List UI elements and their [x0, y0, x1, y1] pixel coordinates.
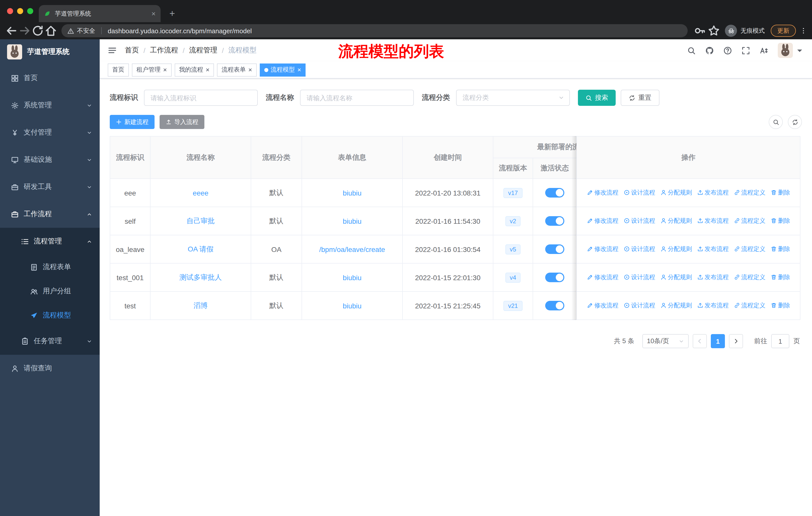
close-window-button[interactable] [7, 8, 13, 14]
browser-menu-icon[interactable] [800, 27, 807, 34]
process-name-input[interactable] [300, 90, 414, 106]
modify-process-action[interactable]: 修改流程 [587, 245, 618, 253]
prev-page-button[interactable] [693, 334, 707, 348]
sidebar-item-home[interactable]: 首页 [0, 64, 100, 92]
minimize-window-button[interactable] [17, 8, 23, 14]
modify-process-action[interactable]: 修改流程 [587, 217, 618, 225]
process-category-select[interactable]: 流程分类 [456, 90, 570, 106]
publish-process-action[interactable]: 发布流程 [697, 188, 729, 197]
form-info-link[interactable]: biubiu [343, 273, 362, 281]
search-button[interactable]: 搜索 [578, 90, 616, 106]
modify-process-action[interactable]: 修改流程 [587, 188, 618, 197]
home-icon[interactable] [44, 24, 57, 37]
maximize-window-button[interactable] [27, 8, 33, 14]
form-info-link[interactable]: /bpm/oa/leave/create [319, 245, 385, 253]
forward-icon[interactable] [18, 24, 31, 37]
new-tab-button[interactable]: + [165, 6, 180, 21]
form-info-link[interactable]: biubiu [343, 217, 362, 225]
browser-tab[interactable]: 芋道管理系统 × [39, 5, 161, 22]
sidebar-item-workflow[interactable]: 工作流程 [0, 200, 100, 228]
goto-page-input[interactable] [771, 334, 789, 348]
delete-action[interactable]: 删除 [771, 245, 790, 253]
publish-process-action[interactable]: 发布流程 [697, 301, 729, 310]
close-icon[interactable]: × [297, 66, 301, 73]
reset-button[interactable]: 重置 [621, 90, 660, 106]
modify-process-action[interactable]: 修改流程 [587, 301, 618, 310]
breadcrumb-item[interactable]: 流程管理 [189, 46, 218, 55]
tab-tag-0[interactable]: 首页 [108, 63, 129, 76]
modify-process-action[interactable]: 修改流程 [587, 273, 618, 282]
activation-toggle[interactable] [545, 188, 564, 197]
tab-tag-3[interactable]: 流程表单× [217, 63, 257, 76]
activation-toggle[interactable] [545, 216, 564, 226]
close-icon[interactable]: × [248, 66, 252, 73]
publish-process-action[interactable]: 发布流程 [697, 217, 729, 225]
process-name-link[interactable]: OA 请假 [188, 245, 214, 253]
show-search-button[interactable] [769, 115, 783, 129]
design-process-action[interactable]: 设计流程 [624, 301, 655, 310]
current-page[interactable]: 1 [711, 334, 725, 348]
page-size-select[interactable]: 10条/页 [642, 334, 689, 348]
assign-rule-action[interactable]: 分配规则 [660, 217, 692, 225]
sidebar-item-infrastructure[interactable]: 基础设施 [0, 146, 100, 173]
font-size-icon[interactable] [760, 46, 768, 55]
browser-update-button[interactable]: 更新 [771, 25, 796, 37]
sidebar-item-system-management[interactable]: 系统管理 [0, 92, 100, 119]
password-key-icon[interactable] [694, 25, 706, 37]
tab-tag-4[interactable]: 流程模型× [260, 63, 306, 76]
address-bar[interactable]: 不安全 dashboard.yudao.iocoder.cn/bpm/manag… [61, 24, 688, 37]
activation-toggle[interactable] [545, 301, 564, 310]
sidebar-item-leave-query[interactable]: 请假查询 [0, 355, 100, 382]
sidebar-toggle-icon[interactable] [108, 46, 117, 55]
process-name-link[interactable]: 滔博 [194, 301, 208, 309]
process-definition-action[interactable]: 流程定义 [734, 273, 765, 282]
help-icon[interactable] [723, 46, 732, 55]
breadcrumb-item[interactable]: 首页 [125, 46, 139, 55]
design-process-action[interactable]: 设计流程 [624, 217, 655, 225]
publish-process-action[interactable]: 发布流程 [697, 273, 729, 282]
sidebar-item-payment-management[interactable]: 支付管理 [0, 119, 100, 146]
fullscreen-icon[interactable] [742, 46, 750, 55]
assign-rule-action[interactable]: 分配规则 [660, 301, 692, 310]
process-definition-action[interactable]: 流程定义 [734, 188, 765, 197]
refresh-table-button[interactable] [788, 115, 802, 129]
process-name-link[interactable]: eeee [193, 189, 208, 197]
search-icon[interactable] [687, 46, 696, 55]
design-process-action[interactable]: 设计流程 [624, 245, 655, 253]
close-icon[interactable]: × [206, 66, 209, 73]
design-process-action[interactable]: 设计流程 [624, 188, 655, 197]
delete-action[interactable]: 删除 [771, 217, 790, 225]
user-menu[interactable] [778, 43, 804, 58]
sidebar-item-process-model[interactable]: 流程模型 [0, 303, 100, 328]
activation-toggle[interactable] [545, 273, 564, 282]
design-process-action[interactable]: 设计流程 [624, 273, 655, 282]
sidebar-item-task-management[interactable]: 任务管理 [0, 328, 100, 355]
process-name-link[interactable]: 自己审批 [186, 216, 215, 224]
security-warning-icon[interactable] [67, 27, 74, 34]
next-page-button[interactable] [729, 334, 743, 348]
form-info-link[interactable]: biubiu [343, 189, 362, 197]
sidebar-item-user-group[interactable]: 用户分组 [0, 279, 100, 303]
process-definition-action[interactable]: 流程定义 [734, 301, 765, 310]
publish-process-action[interactable]: 发布流程 [697, 245, 729, 253]
breadcrumb-item[interactable]: 工作流程 [150, 46, 178, 55]
create-process-button[interactable]: 新建流程 [110, 115, 154, 129]
activation-toggle[interactable] [545, 244, 564, 254]
sidebar-item-dev-tools[interactable]: 研发工具 [0, 173, 100, 200]
github-icon[interactable] [705, 46, 714, 55]
process-name-link[interactable]: 测试多审批人 [179, 273, 222, 281]
close-icon[interactable]: × [163, 66, 167, 73]
security-warning-label[interactable]: 不安全 [77, 26, 95, 35]
process-definition-action[interactable]: 流程定义 [734, 245, 765, 253]
assign-rule-action[interactable]: 分配规则 [660, 245, 692, 253]
delete-action[interactable]: 删除 [771, 273, 790, 282]
assign-rule-action[interactable]: 分配规则 [660, 188, 692, 197]
tab-tag-2[interactable]: 我的流程× [174, 63, 214, 76]
tab-tag-1[interactable]: 租户管理× [132, 63, 171, 76]
import-process-button[interactable]: 导入流程 [160, 115, 204, 129]
process-key-input[interactable] [144, 90, 258, 106]
delete-action[interactable]: 删除 [771, 188, 790, 197]
assign-rule-action[interactable]: 分配规则 [660, 273, 692, 282]
form-info-link[interactable]: biubiu [343, 302, 362, 310]
back-icon[interactable] [5, 24, 18, 37]
